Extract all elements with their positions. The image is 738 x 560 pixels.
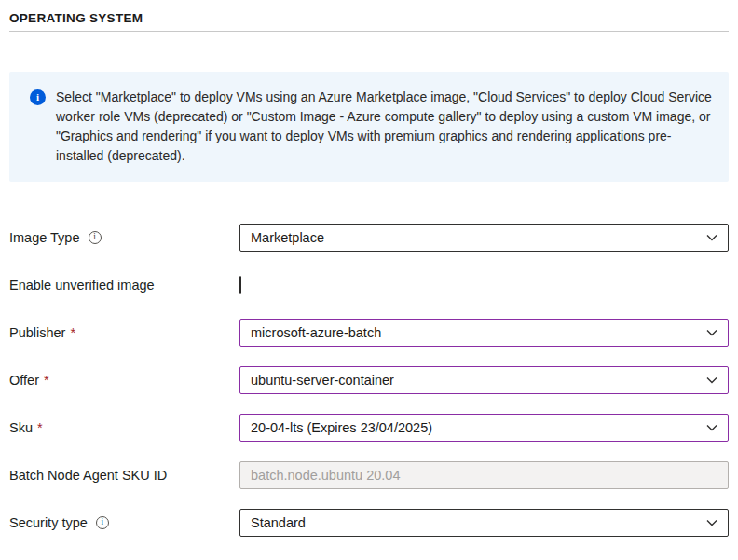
image-type-value: Marketplace [251,230,324,245]
field-row-batch-node-agent-sku-id: Batch Node Agent SKU ID batch.node.ubunt… [9,461,729,489]
publisher-label: Publisher [9,325,65,340]
publisher-select[interactable]: microsoft-azure-batch [239,319,729,347]
operating-system-form: OPERATING SYSTEM i Select "Marketplace" … [0,11,738,560]
chevron-down-icon [704,325,719,340]
publisher-value: microsoft-azure-batch [251,325,381,340]
security-type-label-cell: Security type i [9,515,239,530]
security-type-select[interactable]: Standard [239,509,729,537]
enable-unverified-image-label-cell: Enable unverified image [9,278,239,293]
batch-node-agent-sku-id-input: batch.node.ubuntu 20.04 [239,461,729,489]
offer-label: Offer [9,373,39,388]
field-row-sku: Sku * 20-04-lts (Expires 23/04/2025) [9,414,729,442]
enable-unverified-image-label: Enable unverified image [9,278,155,293]
publisher-label-cell: Publisher * [9,325,239,340]
sku-select[interactable]: 20-04-lts (Expires 23/04/2025) [239,414,729,442]
sku-label: Sku [9,420,33,435]
field-row-security-type: Security type i Standard [9,509,729,537]
chevron-down-icon [704,373,719,388]
batch-node-agent-sku-id-label: Batch Node Agent SKU ID [9,468,167,483]
field-row-enable-unverified-image: Enable unverified image [9,271,729,299]
image-type-select[interactable]: Marketplace [239,224,729,252]
enable-unverified-image-checkbox[interactable] [239,276,241,294]
section-title: OPERATING SYSTEM [9,11,729,32]
field-row-image-type: Image Type i Marketplace [9,224,729,252]
chevron-down-icon [704,420,719,435]
image-type-label-cell: Image Type i [9,230,239,245]
offer-label-cell: Offer * [9,373,239,388]
sku-value: 20-04-lts (Expires 23/04/2025) [251,420,432,435]
batch-node-agent-sku-id-label-cell: Batch Node Agent SKU ID [9,468,239,483]
required-asterisk: * [70,325,75,340]
offer-value: ubuntu-server-container [251,373,394,388]
security-type-label: Security type [9,515,88,530]
info-banner: i Select "Marketplace" to deploy VMs usi… [9,72,729,182]
info-icon: i [30,89,46,105]
field-row-publisher: Publisher * microsoft-azure-batch [9,319,729,347]
sku-label-cell: Sku * [9,420,239,435]
security-type-value: Standard [251,515,306,530]
image-type-label: Image Type [9,230,80,245]
required-asterisk: * [37,420,43,435]
info-tooltip-icon[interactable]: i [96,516,109,529]
chevron-down-icon [704,515,719,530]
offer-select[interactable]: ubuntu-server-container [239,366,729,394]
info-tooltip-icon[interactable]: i [89,231,102,244]
chevron-down-icon [704,230,719,245]
field-row-offer: Offer * ubuntu-server-container [9,366,729,394]
batch-node-agent-sku-id-value: batch.node.ubuntu 20.04 [251,468,400,483]
form: Image Type i Marketplace Enable unverifi… [0,224,738,537]
required-asterisk: * [44,373,49,388]
info-banner-text: Select "Marketplace" to deploy VMs using… [56,88,712,166]
